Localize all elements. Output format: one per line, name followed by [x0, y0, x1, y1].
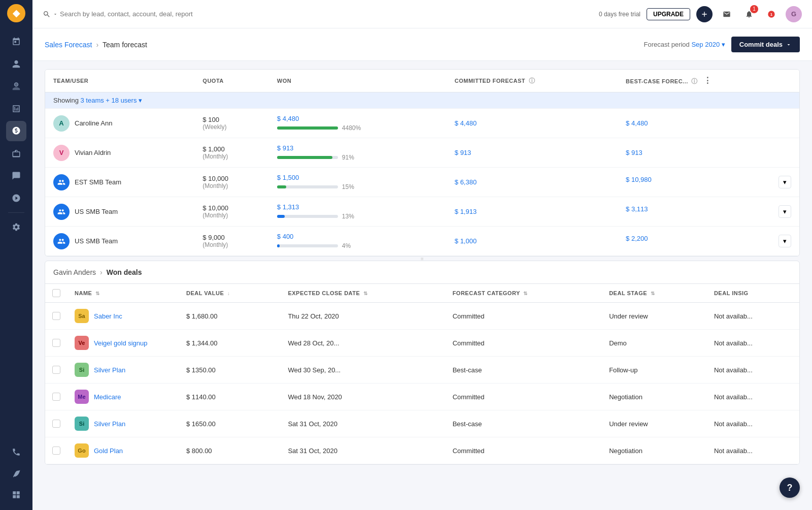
showing-teams-link[interactable]: 3 teams + 18 users ▾ — [81, 97, 143, 104]
committed-info-icon[interactable]: ⓘ — [529, 77, 535, 84]
forecast-row: US SMB Team $ 10,000 (Monthly) $ 1,313 1… — [45, 197, 799, 227]
sidebar-item-analytics[interactable] — [6, 188, 26, 208]
col-bestcase: BEST-CASE FOREC... ⓘ ⋮ — [618, 70, 799, 92]
progress-bar-fill — [277, 156, 332, 159]
sidebar-item-reports[interactable] — [6, 99, 26, 119]
forecast-row: A Caroline Ann $ 100 (Weekly) $ 4,480 44… — [45, 109, 799, 138]
committed-cell: $ 1,000 — [447, 227, 618, 256]
sidebar-item-grid[interactable] — [6, 485, 26, 505]
deal-row-checkbox[interactable] — [52, 393, 60, 401]
close-sort-icon[interactable]: ⇅ — [363, 291, 368, 296]
team-user-cell: US SMB Team — [45, 197, 194, 227]
deal-name-link[interactable]: Medicare — [94, 393, 121, 401]
more-options-icon[interactable]: ⋮ — [703, 76, 712, 85]
deal-category-cell: Best-case — [446, 357, 602, 384]
search-input[interactable] — [60, 10, 202, 18]
forecast-section: TEAM/USER QUOTA WON COMMITTED FORECAST ⓘ… — [45, 69, 800, 257]
sidebar-item-chat[interactable] — [6, 166, 26, 186]
deal-name-link[interactable]: Gold Plan — [94, 447, 123, 455]
deal-category-cell: Committed — [446, 437, 602, 464]
deal-row-checkbox[interactable] — [52, 339, 60, 347]
deal-row-checkbox[interactable] — [52, 312, 60, 320]
sidebar-item-leaf[interactable] — [6, 463, 26, 484]
deal-insight-cell: Not availab... — [707, 303, 799, 330]
committed-cell: $ 1,913 — [447, 197, 618, 227]
deal-checkbox-cell — [45, 437, 67, 464]
divider-handle[interactable]: ≡ — [32, 257, 812, 261]
deal-name-cell: Me Medicare — [67, 384, 179, 410]
sidebar-item-settings[interactable] — [6, 217, 26, 237]
progress-bar-fill — [277, 215, 285, 218]
bestcase-cell: $ 913 — [618, 138, 799, 168]
quota-cell: $ 1,000 (Monthly) — [194, 138, 268, 168]
deal-name-cell: Si Silver Plan — [67, 357, 179, 384]
select-all-checkbox[interactable] — [52, 289, 60, 297]
committed-cell: $ 6,380 — [447, 168, 618, 197]
logo-icon: ◆ — [13, 8, 20, 19]
search-icon-btn[interactable] — [43, 10, 58, 18]
notifications-button[interactable]: 1 — [741, 6, 757, 22]
col-deal-stage: DEAL STAGE ⇅ — [602, 284, 707, 303]
deal-row: Si Silver Plan $ 1350.00 Wed 30 Sep, 20.… — [45, 357, 799, 384]
deal-row-checkbox[interactable] — [52, 366, 60, 374]
sidebar-item-products[interactable] — [6, 143, 26, 164]
deal-stage-cell: Negotiation — [602, 384, 707, 410]
forecast-table: TEAM/USER QUOTA WON COMMITTED FORECAST ⓘ… — [45, 70, 799, 256]
name-sort-icon[interactable]: ⇅ — [95, 291, 100, 296]
showing-row: Showing 3 teams + 18 users ▾ — [45, 92, 799, 109]
bestcase-cell: $ 2,200 ▾ — [618, 227, 799, 256]
team-user-cell: A Caroline Ann — [45, 109, 194, 138]
main-container: 0 days free trial UPGRADE 1 1 G Sales Fo… — [32, 0, 812, 510]
sidebar: ◆ — [0, 0, 32, 510]
deal-name-link[interactable]: Saber Inc — [94, 312, 122, 320]
breadcrumb-sales-forecast[interactable]: Sales Forecast — [45, 41, 92, 49]
row-dropdown-toggle[interactable]: ▾ — [779, 205, 791, 218]
col-committed: COMMITTED FORECAST ⓘ — [447, 70, 618, 92]
deal-value-cell: $ 1650.00 — [179, 410, 281, 437]
user-name: US SMB Team — [75, 208, 118, 215]
upgrade-button[interactable]: UPGRADE — [647, 8, 690, 20]
user-name: EST SMB Team — [75, 178, 121, 186]
col-select-all — [45, 284, 67, 303]
deal-close-date-cell: Thu 22 Oct, 2020 — [281, 303, 445, 330]
bestcase-info-icon[interactable]: ⓘ — [691, 78, 698, 85]
alerts-button[interactable]: 1 — [763, 6, 780, 22]
showing-cell: Showing 3 teams + 18 users ▾ — [45, 92, 799, 109]
help-button[interactable]: ? — [780, 477, 800, 498]
deal-row: Si Silver Plan $ 1650.00 Sat 31 Oct, 202… — [45, 410, 799, 437]
row-dropdown-toggle[interactable]: ▾ — [779, 235, 791, 247]
email-button[interactable] — [719, 6, 735, 22]
deal-name-link[interactable]: Silver Plan — [94, 420, 125, 428]
deal-name-link[interactable]: Veigel gold signup — [94, 339, 148, 347]
sidebar-item-deals[interactable] — [6, 121, 26, 141]
deal-close-date-cell: Wed 28 Oct, 20... — [281, 330, 445, 357]
sidebar-item-phone[interactable] — [6, 442, 26, 462]
deal-insight-cell: Not availab... — [707, 410, 799, 437]
deal-row-checkbox[interactable] — [52, 420, 60, 428]
deal-row-checkbox[interactable] — [52, 447, 60, 455]
sidebar-item-calendar[interactable] — [6, 31, 26, 52]
stage-sort-icon[interactable]: ⇅ — [651, 291, 655, 296]
user-avatar-button[interactable]: G — [786, 6, 802, 22]
add-button[interactable] — [696, 6, 713, 22]
forecast-row: US SMB Team $ 9,000 (Monthly) $ 400 4% $… — [45, 227, 799, 256]
progress-bar-fill — [277, 126, 338, 130]
deal-category-cell: Committed — [446, 330, 602, 357]
deal-category-cell: Best-case — [446, 410, 602, 437]
search-area — [43, 10, 246, 18]
deal-name-link[interactable]: Silver Plan — [94, 366, 125, 374]
commit-deals-button[interactable]: Commit deals — [731, 37, 800, 52]
forecast-period-value[interactable]: Sep 2020 ▾ — [691, 41, 725, 48]
col-won: WON — [269, 70, 447, 92]
user-avatar — [53, 204, 70, 220]
progress-bar-fill — [277, 244, 280, 247]
sidebar-item-accounts[interactable] — [6, 76, 26, 97]
deal-checkbox-cell — [45, 357, 67, 384]
col-deal-value: DEAL VALUE ↓ — [179, 284, 281, 303]
forecast-period-label: Forecast period Sep 2020 ▾ — [644, 41, 725, 48]
row-dropdown-toggle[interactable]: ▾ — [779, 176, 791, 188]
category-sort-icon[interactable]: ⇅ — [523, 291, 528, 296]
app-logo[interactable]: ◆ — [7, 4, 25, 22]
sidebar-item-contacts[interactable] — [6, 54, 26, 74]
value-sort-icon[interactable]: ↓ — [227, 291, 230, 296]
